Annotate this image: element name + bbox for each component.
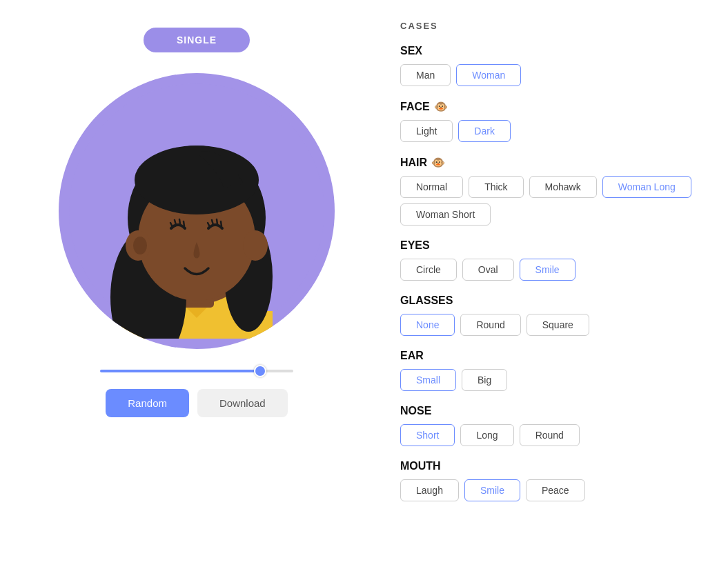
option-hair-woman-short[interactable]: Woman Short (400, 203, 491, 226)
option-mouth-laugh[interactable]: Laugh (400, 479, 459, 501)
option-ear-small[interactable]: Small (400, 369, 456, 391)
option-eyes-smile[interactable]: Smile (520, 259, 575, 281)
left-panel: SINGLE (0, 14, 393, 566)
options-row-mouth: LaughSmilePeace (400, 479, 707, 501)
option-glasses-none[interactable]: None (400, 314, 455, 336)
option-sex-woman[interactable]: Woman (456, 64, 521, 86)
right-panel: CASES SEXManWomanFACE🐵LightDarkHAIR🐵Norm… (393, 14, 728, 566)
option-hair-mohawk[interactable]: Mohawk (529, 176, 597, 198)
size-slider-container (100, 370, 293, 372)
face-icon: 🐵 (434, 100, 448, 113)
option-nose-short[interactable]: Short (400, 424, 455, 446)
section-ear: EARSmallBig (400, 350, 707, 391)
options-row-glasses: NoneRoundSquare (400, 314, 707, 336)
option-ear-big[interactable]: Big (462, 369, 507, 391)
option-hair-thick[interactable]: Thick (469, 176, 523, 198)
option-hair-normal[interactable]: Normal (400, 176, 463, 198)
option-nose-round[interactable]: Round (520, 424, 580, 446)
section-eyes: EYESCircleOvalSmile (400, 239, 707, 281)
avatar-container (59, 73, 335, 349)
option-eyes-circle[interactable]: Circle (400, 259, 457, 281)
section-sex: SEXManWoman (400, 45, 707, 86)
section-mouth: MOUTHLaughSmilePeace (400, 460, 707, 501)
size-slider[interactable] (100, 370, 293, 372)
option-face-light[interactable]: Light (400, 120, 453, 142)
section-label-eyes: EYES (400, 239, 707, 252)
option-hair-woman-long[interactable]: Woman Long (602, 176, 691, 198)
section-nose: NOSEShortLongRound (400, 405, 707, 446)
section-glasses: GLASSESNoneRoundSquare (400, 294, 707, 336)
section-label-nose: NOSE (400, 405, 707, 417)
option-mouth-smile[interactable]: Smile (464, 479, 520, 501)
options-row-face: LightDark (400, 120, 707, 142)
svg-line-20 (221, 221, 222, 226)
section-label-sex: SEX (400, 45, 707, 57)
cases-title: CASES (400, 21, 707, 31)
svg-line-16 (184, 221, 184, 226)
option-eyes-oval[interactable]: Oval (462, 259, 514, 281)
options-row-hair: NormalThickMohawkWoman LongWoman Short (400, 176, 707, 226)
section-label-glasses: GLASSES (400, 294, 707, 307)
section-hair: HAIR🐵NormalThickMohawkWoman LongWoman Sh… (400, 156, 707, 226)
options-row-ear: SmallBig (400, 369, 707, 391)
option-face-dark[interactable]: Dark (458, 120, 511, 142)
single-button[interactable]: SINGLE (144, 28, 250, 52)
section-label-face: FACE🐵 (400, 100, 707, 113)
option-glasses-round[interactable]: Round (460, 314, 520, 336)
svg-point-12 (243, 230, 268, 261)
section-face: FACE🐵LightDark (400, 100, 707, 142)
option-sex-man[interactable]: Man (400, 64, 451, 86)
options-row-eyes: CircleOvalSmile (400, 259, 707, 281)
download-button[interactable]: Download (197, 389, 288, 417)
section-label-hair: HAIR🐵 (400, 156, 707, 169)
svg-line-15 (179, 219, 180, 224)
hair-icon: 🐵 (431, 156, 445, 169)
option-mouth-peace[interactable]: Peace (526, 479, 585, 501)
action-buttons: Random Download (106, 389, 287, 417)
section-label-ear: EAR (400, 350, 707, 362)
option-glasses-square[interactable]: Square (527, 314, 589, 336)
svg-point-11 (133, 237, 147, 254)
sections-container: SEXManWomanFACE🐵LightDarkHAIR🐵NormalThic… (400, 45, 707, 501)
svg-line-19 (217, 219, 217, 224)
options-row-sex: ManWoman (400, 64, 707, 86)
avatar-svg (69, 83, 324, 339)
option-nose-long[interactable]: Long (460, 424, 513, 446)
random-button[interactable]: Random (106, 389, 189, 417)
section-label-mouth: MOUTH (400, 460, 707, 472)
options-row-nose: ShortLongRound (400, 424, 707, 446)
